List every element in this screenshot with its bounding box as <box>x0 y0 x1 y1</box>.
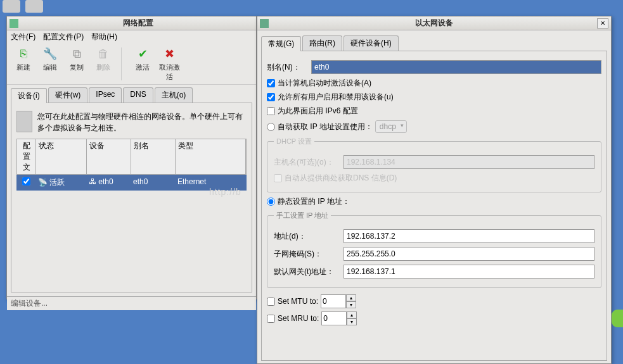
col-device: 设备 <box>87 139 131 174</box>
ethernet-icon <box>260 19 269 28</box>
mtu-up[interactable]: ▴ <box>346 294 356 301</box>
tab-route[interactable]: 路由(R) <box>302 35 342 51</box>
mtu-label: Set MTU to: <box>278 297 318 306</box>
network-icon <box>10 19 18 28</box>
static-radio-label: 静态设置的 IP 地址： <box>278 196 350 207</box>
row-device: eth0 <box>98 177 113 186</box>
menu-help[interactable]: 帮助(H) <box>91 32 117 42</box>
allow-all-users-label: 允许所有用户启用和禁用该设备(u) <box>278 92 394 103</box>
table-row[interactable]: 📡 活跃 🖧 eth0 eth0 Ethernet <box>16 175 247 191</box>
dhcp-radio[interactable] <box>267 123 275 131</box>
dhcp-combo: dhcp <box>375 120 407 133</box>
static-legend: 手工设置 IP 地址 <box>274 211 331 220</box>
col-profile: 配置文 <box>17 139 36 174</box>
col-status: 状态 <box>36 139 87 174</box>
col-type: 类型 <box>176 139 246 174</box>
static-radio[interactable] <box>267 198 275 206</box>
activate-on-boot-label: 当计算机启动时激活设备(A) <box>278 78 371 89</box>
auto-dns-label: 自动从提供商处获取DNS 信息(D) <box>285 173 397 184</box>
desktop-icon-printer[interactable] <box>25 0 43 13</box>
netmask-label: 子网掩码(S)： <box>274 249 344 260</box>
window-title: 网络配置 <box>22 18 254 28</box>
desktop-icon-computer[interactable] <box>3 0 20 13</box>
netmask-input[interactable] <box>344 247 594 261</box>
devices-icon <box>16 111 32 132</box>
menubar: 文件(F) 配置文件(P) 帮助(H) <box>7 30 256 44</box>
side-widget[interactable] <box>612 310 623 327</box>
titlebar[interactable]: 以太网设备 ✕ <box>257 16 611 30</box>
row-alias: eth0 <box>131 176 175 189</box>
window-title: 以太网设备 <box>273 18 596 28</box>
dhcp-hostname-label: 主机名(可选)(o)： <box>274 157 344 168</box>
allow-all-users-checkbox[interactable] <box>267 93 275 101</box>
statusbar: 编辑设备... <box>7 296 256 310</box>
alias-input[interactable] <box>311 60 601 74</box>
svg-rect-0 <box>10 19 18 28</box>
tab-hosts[interactable]: 主机(o) <box>155 87 193 103</box>
mtu-down[interactable]: ▾ <box>346 301 356 308</box>
ipv6-label: 为此界面启用 IPv6 配置 <box>278 106 358 116</box>
ethernet-device-window: 以太网设备 ✕ 常规(G) 路由(R) 硬件设备(H) 别名(N)： 当计算机启… <box>257 16 612 364</box>
menu-profile[interactable]: 配置文件(P) <box>43 32 84 42</box>
gateway-label: 默认网关(t)地址： <box>274 267 344 277</box>
close-button[interactable]: ✕ <box>597 18 608 28</box>
tab-ipsec[interactable]: IPsec <box>89 87 122 103</box>
tab-hardware[interactable]: 硬件设备(H) <box>344 35 399 51</box>
mru-label: Set MRU to: <box>278 314 319 323</box>
mru-checkbox[interactable] <box>267 315 275 323</box>
titlebar[interactable]: 网络配置 <box>7 16 256 30</box>
static-fieldset: 手工设置 IP 地址 地址(d)： 子网掩码(S)： 默认网关(t)地址： <box>267 211 601 288</box>
network-config-window: 网络配置 文件(F) 配置文件(P) 帮助(H) ⎘新建 🔧编辑 ⧉复制 🗑删除… <box>6 16 257 299</box>
address-label: 地址(d)： <box>274 231 344 242</box>
dhcp-radio-label: 自动获取 IP 地址设置使用： <box>278 122 373 132</box>
tabs: 设备(i) 硬件(w) IPsec DNS 主机(o) <box>7 85 256 103</box>
dhcp-hostname-input <box>344 155 594 169</box>
mru-input[interactable] <box>321 311 347 325</box>
nic-icon: 🖧 <box>89 177 96 186</box>
col-alias: 别名 <box>131 139 176 174</box>
tab-general[interactable]: 常规(G) <box>261 36 301 51</box>
address-input[interactable] <box>344 229 594 243</box>
row-checkbox[interactable] <box>22 177 30 185</box>
alias-label: 别名(N)： <box>267 62 311 73</box>
tab-dns[interactable]: DNS <box>123 87 153 103</box>
row-type: Ethernet <box>175 176 247 189</box>
status-icon: 📡 <box>38 178 48 187</box>
row-status: 活跃 <box>49 178 65 187</box>
svg-rect-1 <box>260 19 269 28</box>
tab-hardware[interactable]: 硬件(w) <box>48 87 88 103</box>
delete-button: 🗑删除 <box>91 46 116 82</box>
separator <box>121 47 125 80</box>
deactivate-button[interactable]: ✖取消激活 <box>157 46 182 82</box>
mtu-checkbox[interactable] <box>267 298 275 306</box>
new-button[interactable]: ⎘新建 <box>11 46 36 82</box>
info-text: 您可在此处配置与物理硬件相连的网络设备。单个硬件上可有多个虚拟设备与之相连。 <box>37 111 247 134</box>
activate-on-boot-checkbox[interactable] <box>267 79 275 87</box>
toolbar: ⎘新建 🔧编辑 ⧉复制 🗑删除 ✔激活 ✖取消激活 <box>7 44 256 85</box>
copy-button[interactable]: ⧉复制 <box>64 46 89 82</box>
mtu-input[interactable] <box>321 294 346 308</box>
tab-devices[interactable]: 设备(i) <box>11 88 47 103</box>
menu-file[interactable]: 文件(F) <box>11 32 35 42</box>
table-header: 配置文 状态 设备 别名 类型 <box>16 139 247 175</box>
gateway-input[interactable] <box>344 265 594 279</box>
dhcp-legend: DHCP 设置 <box>274 137 314 146</box>
dhcp-fieldset: DHCP 设置 主机名(可选)(o)： 自动从提供商处获取DNS 信息(D) <box>267 137 601 192</box>
mru-up[interactable]: ▴ <box>347 311 357 318</box>
ipv6-checkbox[interactable] <box>267 107 275 115</box>
activate-button[interactable]: ✔激活 <box>130 46 155 82</box>
mru-down[interactable]: ▾ <box>347 318 357 325</box>
edit-button[interactable]: 🔧编辑 <box>37 46 63 82</box>
auto-dns-checkbox <box>274 174 282 182</box>
tabs: 常规(G) 路由(R) 硬件设备(H) <box>257 30 611 51</box>
